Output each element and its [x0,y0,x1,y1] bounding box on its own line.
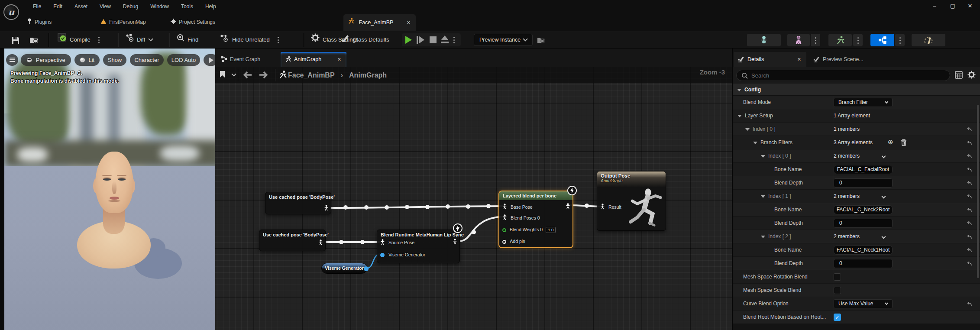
checkbox-checked[interactable]: ✓ [834,314,841,321]
menu-view[interactable]: View [100,0,111,13]
mesh-mode-options-icon[interactable] [811,34,820,46]
reset-to-default-icon[interactable] [966,153,973,160]
result-pin[interactable]: Result [600,203,621,211]
tab-face-animbp[interactable]: Face_AnimBP ✕ [343,14,416,31]
close-button[interactable]: ✕ [963,1,977,11]
details-row-label[interactable]: Index [ 1 ] [733,190,833,203]
checkbox-unchecked[interactable] [834,287,841,294]
class-defaults-button[interactable]: Class Defaults [341,31,389,49]
animation-mode-options-icon[interactable] [853,34,863,46]
tab-preview-scene[interactable]: Preview Scene... [809,52,878,67]
search-input[interactable] [751,71,942,80]
shortcut-first-person-map[interactable]: FirstPersonMap [100,17,146,27]
details-scrollbar[interactable] [977,105,979,278]
maximize-button[interactable]: ▢ [945,1,960,11]
viewport-character-dropdown[interactable]: Character [130,54,164,66]
reset-to-default-icon[interactable] [966,166,973,173]
menu-debug[interactable]: Debug [123,0,138,13]
viseme-generator-pin[interactable]: Viseme Generator [380,251,425,259]
node-cached-pose-b[interactable]: Use cached pose 'BodyPose' [259,230,326,251]
viewport-menu-button[interactable] [6,54,18,66]
details-text-field[interactable]: 0 [834,219,893,228]
reset-to-default-icon[interactable] [966,233,973,240]
blend-weights-pin[interactable]: Blend Weights 0 1.0 [502,226,556,233]
reset-to-default-icon[interactable] [966,207,973,214]
details-row-label[interactable]: Layer Setup [733,109,833,123]
reset-to-default-icon[interactable] [966,139,973,146]
checkbox-unchecked[interactable] [834,273,841,281]
blueprint-mode-options-icon[interactable] [895,34,905,46]
reset-to-default-icon[interactable] [966,220,973,227]
details-text-field[interactable]: FACIAL_C_Neck1Root [834,246,893,255]
save-button[interactable] [11,31,20,49]
menu-tools[interactable]: Tools [181,0,193,13]
details-section-config[interactable]: Config [733,84,980,96]
menu-edit[interactable]: Edit [53,0,62,13]
tab-close-icon[interactable]: ✕ [407,14,411,31]
display-filter-icon[interactable] [955,71,963,81]
reset-to-default-icon[interactable] [966,126,973,133]
mesh-mode-button[interactable] [787,34,810,46]
details-row-label[interactable]: Index [ 2 ] [733,230,833,243]
hide-unrelated-options-icon[interactable] [277,36,279,45]
minimize-button[interactable]: – [927,1,942,11]
details-text-field[interactable]: 0 [834,259,893,268]
reset-to-default-icon[interactable] [966,260,973,267]
viewport-expand-button[interactable] [204,54,215,66]
tab-details[interactable]: Details ✕ [734,52,806,67]
search-box[interactable] [736,70,950,81]
compile-options-icon[interactable] [98,36,100,45]
node-viseme-generator-var[interactable]: Viseme Generator [321,263,367,274]
play-button[interactable] [405,36,412,44]
shortcut-plugins[interactable]: Plugins [27,17,52,27]
reset-to-default-icon[interactable] [966,247,973,254]
details-dropdown[interactable]: Branch Filter [834,98,893,107]
add-array-element-icon[interactable]: ⊕ [888,138,893,146]
reset-to-default-icon[interactable] [966,301,973,307]
browse-preview-button[interactable] [537,31,546,49]
viewport-lod-dropdown[interactable]: LOD Auto [167,54,200,66]
compile-button[interactable]: Compile [57,31,100,49]
base-pose-pin[interactable]: Base Pose [502,203,533,211]
pose-output-pin[interactable] [318,239,323,247]
play-options-icon[interactable] [453,36,455,45]
details-text-field[interactable]: FACIAL_C_Neck2Root [834,205,893,214]
details-text-field[interactable]: FACIAL_C_FacialRoot [834,165,893,174]
preview-instance-dropdown[interactable]: Preview Instance [474,34,533,46]
physics-mode-button[interactable] [912,34,945,46]
node-cached-pose-a[interactable]: Use cached pose 'BodyPose' [265,192,331,214]
diff-button[interactable]: Diff [126,31,152,49]
delete-array-icon[interactable] [901,139,907,148]
menu-file[interactable]: File [33,0,41,13]
viewport-show-dropdown[interactable]: Show [103,54,126,66]
stop-button[interactable] [430,36,437,43]
find-button[interactable]: Find [177,31,198,49]
details-text-field[interactable]: 0 [834,178,893,188]
source-pose-pin[interactable]: Source Pose [380,239,414,246]
skeleton-mode-button[interactable] [747,34,781,46]
node-lip-sync[interactable]: Blend Runtime MetaHuman Lip Sync Source … [377,230,460,263]
pose-output-pin[interactable] [453,239,457,246]
details-row-label[interactable]: Index [ 0 ] [733,123,833,136]
reset-to-default-icon[interactable] [966,193,973,200]
add-pin-button[interactable]: Add pin [502,237,525,245]
blend-poses-pin[interactable]: Blend Poses 0 [502,214,540,222]
blueprint-mode-button[interactable] [870,34,894,46]
shortcut-project-settings[interactable]: Project Settings [171,17,215,27]
menu-asset[interactable]: Asset [74,0,87,13]
viseme-var-output-pin[interactable] [364,266,369,271]
details-dropdown[interactable]: Use Max Value [834,299,893,308]
viewport-lit-dropdown[interactable]: Lit [74,54,100,66]
menu-window[interactable]: Window [150,0,169,13]
details-row-label[interactable]: Index [ 0 ] [733,149,833,163]
pose-output-pin[interactable] [324,205,329,213]
node-layered-blend[interactable]: Layered blend per bone Base Pose Blend P… [498,191,573,248]
browse-asset-button[interactable] [29,31,39,49]
animation-mode-button[interactable] [828,34,852,46]
preview-viewport[interactable]: Perspective Lit Show Character LOD Auto … [4,49,215,330]
blend-weight-value[interactable]: 1.0 [546,227,556,233]
details-row-label[interactable]: Branch Filters [733,136,833,149]
tab-details-close-icon[interactable]: ✕ [797,52,801,67]
hide-unrelated-button[interactable]: Hide Unrelated [220,31,279,49]
pose-output-pin[interactable] [566,203,570,211]
